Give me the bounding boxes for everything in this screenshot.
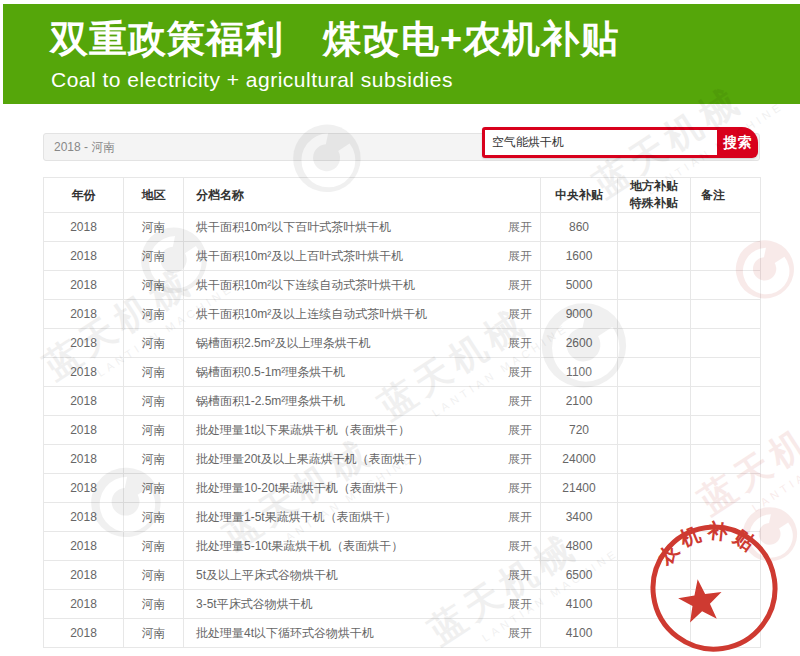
cell-year: 2018	[44, 590, 124, 619]
cell-central-subsidy: 1100	[541, 358, 618, 387]
expand-link[interactable]: 展开	[508, 335, 532, 352]
cell-central-subsidy: 3400	[541, 503, 618, 532]
cell-region: 河南	[124, 387, 184, 416]
cell-central-subsidy: 4800	[541, 532, 618, 561]
expand-link[interactable]: 展开	[508, 509, 532, 526]
table-row: 2018 河南 展开 批处理量20t及以上果蔬烘干机（表面烘干） 24000	[44, 445, 761, 474]
cell-name: 展开 批处理量1-5t果蔬烘干机（表面烘干）	[184, 503, 541, 532]
search-button[interactable]: 搜索	[717, 127, 758, 158]
cell-name-text: 批处理量1-5t果蔬烘干机（表面烘干）	[196, 510, 397, 524]
cell-note	[691, 474, 761, 503]
cell-year: 2018	[44, 242, 124, 271]
column-header-region: 地区	[124, 178, 184, 213]
cell-central-subsidy: 9000	[541, 300, 618, 329]
table-row: 2018 河南 展开 批处理量10-20t果蔬烘干机（表面烘干） 21400	[44, 474, 761, 503]
cell-region: 河南	[124, 561, 184, 590]
cell-note	[691, 358, 761, 387]
cell-name-text: 批处理量20t及以上果蔬烘干机（表面烘干）	[196, 452, 429, 466]
cell-note	[691, 445, 761, 474]
table-row: 2018 河南 展开 锅槽面积2.5m²及以上理条烘干机 2600	[44, 329, 761, 358]
cell-local-subsidy	[618, 242, 691, 271]
cell-name: 展开 烘干面积10m²以下百叶式茶叶烘干机	[184, 213, 541, 242]
search-input[interactable]	[485, 130, 717, 155]
expand-link[interactable]: 展开	[508, 480, 532, 497]
cell-name-text: 烘干面积10m²以下连续自动式茶叶烘干机	[196, 278, 415, 292]
column-header-local-line1: 地方补贴	[630, 179, 678, 193]
expand-link[interactable]: 展开	[508, 567, 532, 584]
cell-note	[691, 242, 761, 271]
expand-link[interactable]: 展开	[508, 596, 532, 613]
cell-local-subsidy	[618, 561, 691, 590]
column-header-note: 备注	[691, 178, 761, 213]
cell-central-subsidy: 720	[541, 416, 618, 445]
expand-link[interactable]: 展开	[508, 451, 532, 468]
cell-note	[691, 329, 761, 358]
cell-note	[691, 619, 761, 648]
cell-year: 2018	[44, 387, 124, 416]
cell-note	[691, 503, 761, 532]
cell-name: 展开 批处理量4t以下循环式谷物烘干机	[184, 619, 541, 648]
cell-name: 展开 烘干面积10m²以下连续自动式茶叶烘干机	[184, 271, 541, 300]
cell-year: 2018	[44, 445, 124, 474]
expand-link[interactable]: 展开	[508, 306, 532, 323]
expand-link[interactable]: 展开	[508, 625, 532, 642]
cell-local-subsidy	[618, 271, 691, 300]
table-row: 2018 河南 展开 烘干面积10m²及以上连续自动式茶叶烘干机 9000	[44, 300, 761, 329]
table-header-row: 年份 地区 分档名称 中央补贴 地方补贴 特殊补贴 备注	[44, 178, 761, 213]
cell-year: 2018	[44, 474, 124, 503]
cell-note	[691, 213, 761, 242]
cell-name: 展开 锅槽面积0.5-1m²理条烘干机	[184, 358, 541, 387]
table-row: 2018 河南 展开 烘干面积10m²以下百叶式茶叶烘干机 860	[44, 213, 761, 242]
cell-name: 展开 3-5t平床式谷物烘干机	[184, 590, 541, 619]
cell-region: 河南	[124, 358, 184, 387]
expand-link[interactable]: 展开	[508, 219, 532, 236]
cell-region: 河南	[124, 590, 184, 619]
cell-name: 展开 锅槽面积2.5m²及以上理条烘干机	[184, 329, 541, 358]
cell-name: 展开 批处理量20t及以上果蔬烘干机（表面烘干）	[184, 445, 541, 474]
cell-name: 展开 烘干面积10m²及以上连续自动式茶叶烘干机	[184, 300, 541, 329]
cell-note	[691, 387, 761, 416]
cell-name-text: 锅槽面积1-2.5m²理条烘干机	[196, 394, 345, 408]
cell-region: 河南	[124, 503, 184, 532]
cell-region: 河南	[124, 532, 184, 561]
cell-local-subsidy	[618, 213, 691, 242]
cell-year: 2018	[44, 561, 124, 590]
cell-name: 展开 5t及以上平床式谷物烘干机	[184, 561, 541, 590]
cell-name: 展开 锅槽面积1-2.5m²理条烘干机	[184, 387, 541, 416]
cell-central-subsidy: 5000	[541, 271, 618, 300]
table-row: 2018 河南 展开 锅槽面积1-2.5m²理条烘干机 2100	[44, 387, 761, 416]
cell-region: 河南	[124, 300, 184, 329]
expand-link[interactable]: 展开	[508, 277, 532, 294]
table-row: 2018 河南 展开 烘干面积10m²及以上百叶式茶叶烘干机 1600	[44, 242, 761, 271]
table-row: 2018 河南 展开 5t及以上平床式谷物烘干机 6500	[44, 561, 761, 590]
cell-note	[691, 271, 761, 300]
cell-region: 河南	[124, 242, 184, 271]
cell-name-text: 3-5t平床式谷物烘干机	[196, 597, 313, 611]
cell-central-subsidy: 24000	[541, 445, 618, 474]
banner-subtitle: Coal to electricity + agricultural subsi…	[51, 68, 453, 92]
cell-name-text: 烘干面积10m²及以上百叶式茶叶烘干机	[196, 249, 403, 263]
expand-link[interactable]: 展开	[508, 538, 532, 555]
expand-link[interactable]: 展开	[508, 422, 532, 439]
cell-local-subsidy	[618, 445, 691, 474]
cell-central-subsidy: 2600	[541, 329, 618, 358]
subsidy-table-body: 2018 河南 展开 烘干面积10m²以下百叶式茶叶烘干机 860 2018 河…	[44, 213, 761, 648]
cell-local-subsidy	[618, 532, 691, 561]
column-header-year: 年份	[44, 178, 124, 213]
cell-name-text: 锅槽面积0.5-1m²理条烘干机	[196, 365, 345, 379]
table-row: 2018 河南 展开 批处理量1-5t果蔬烘干机（表面烘干） 3400	[44, 503, 761, 532]
cell-name-text: 批处理量1t以下果蔬烘干机（表面烘干）	[196, 423, 410, 437]
cell-name-text: 烘干面积10m²以下百叶式茶叶烘干机	[196, 220, 391, 234]
cell-region: 河南	[124, 445, 184, 474]
cell-name: 展开 烘干面积10m²及以上百叶式茶叶烘干机	[184, 242, 541, 271]
expand-link[interactable]: 展开	[508, 364, 532, 381]
column-header-local-line2: 特殊补贴	[630, 196, 678, 210]
cell-year: 2018	[44, 329, 124, 358]
column-header-local-subsidy: 地方补贴 特殊补贴	[618, 178, 691, 213]
table-row: 2018 河南 展开 批处理量1t以下果蔬烘干机（表面烘干） 720	[44, 416, 761, 445]
cell-name: 展开 批处理量1t以下果蔬烘干机（表面烘干）	[184, 416, 541, 445]
cell-name-text: 烘干面积10m²及以上连续自动式茶叶烘干机	[196, 307, 427, 321]
promo-banner: 双重政策福利 煤改电+农机补贴 Coal to electricity + ag…	[3, 4, 800, 104]
expand-link[interactable]: 展开	[508, 248, 532, 265]
expand-link[interactable]: 展开	[508, 393, 532, 410]
